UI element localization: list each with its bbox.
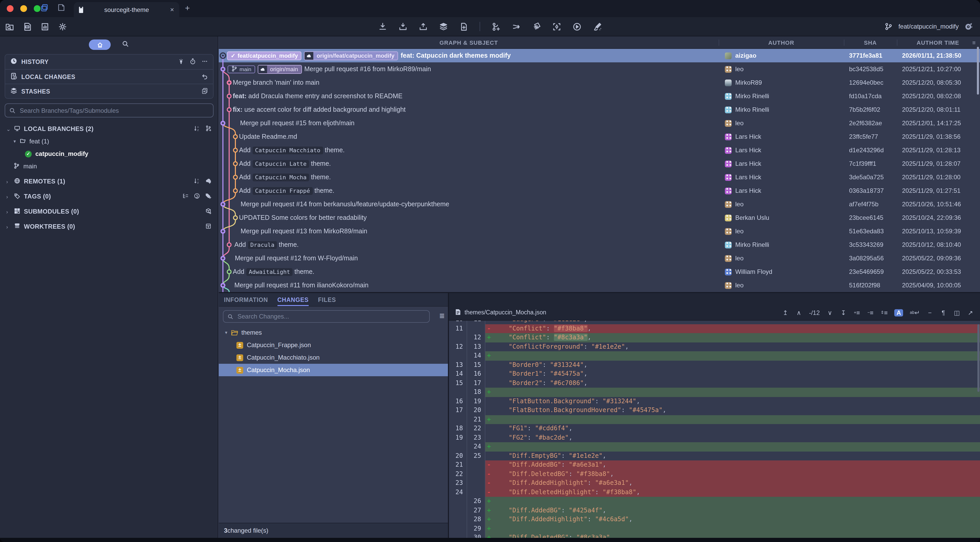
preferences-icon[interactable] xyxy=(58,22,67,31)
repository-configure-icon[interactable] xyxy=(964,22,973,31)
commit-sha[interactable]: 7c1f39fff1 xyxy=(844,160,897,167)
pull-icon[interactable] xyxy=(399,22,407,31)
sidebar-item-local-changes[interactable]: LOCAL CHANGES xyxy=(5,69,213,84)
sort-time-icon[interactable] xyxy=(194,192,200,200)
commit-sha[interactable]: d1e243296d xyxy=(844,146,897,154)
search-commits-icon[interactable] xyxy=(552,22,561,31)
column-config-icon[interactable]: ≡ xyxy=(972,37,976,49)
commit-sha[interactable]: af7ef4f75b xyxy=(844,200,897,208)
remote-add-icon[interactable] xyxy=(205,178,212,185)
open-log-icon[interactable]: LOG xyxy=(23,22,32,31)
file-item[interactable]: ±Catpuccin_Frappe.json xyxy=(219,339,448,351)
commit-row[interactable]: feat: add Dracula theme entry and screen… xyxy=(219,89,980,103)
diff-line[interactable]: 13 15 "Border0": "#313244", xyxy=(449,360,980,369)
caret-icon[interactable]: › xyxy=(6,178,10,184)
home-view-button[interactable] xyxy=(89,40,111,50)
sort-az-icon[interactable]: AZ xyxy=(194,178,200,185)
list-mode-icon[interactable] xyxy=(182,192,189,200)
diff-line[interactable]: 14 + xyxy=(449,351,980,360)
next-change-icon[interactable]: ∨ xyxy=(826,310,833,316)
commit-sha[interactable]: 516f202f98 xyxy=(844,282,897,289)
new-window-icon[interactable] xyxy=(57,4,67,13)
commit-sha[interactable]: 3771fe3a81 xyxy=(844,52,897,59)
sidebar-section-local-branches[interactable]: ⌄ LOCAL BRANCHES (2) AZ xyxy=(0,122,218,135)
diff-line[interactable]: 11 - "Conflict": "#f38ba8", xyxy=(449,324,980,333)
diff-line[interactable]: 15 17 "Border2": "#6c7086", xyxy=(449,378,980,388)
commit-row[interactable]: Merge pull request #14 from berkanuslu/f… xyxy=(219,197,980,211)
tab-information[interactable]: INFORMATION xyxy=(224,293,268,306)
tab-changes[interactable]: CHANGES xyxy=(277,293,309,306)
decrease-context-icon[interactable]: −≡ xyxy=(867,310,874,316)
sort-az-icon[interactable]: AZ xyxy=(194,125,200,133)
column-graph-subject[interactable]: GRAPH & SUBJECT xyxy=(219,37,719,49)
create-branch-icon[interactable] xyxy=(492,22,500,31)
commit-time-icon[interactable] xyxy=(190,57,196,67)
custom-action-icon[interactable] xyxy=(573,22,581,31)
tab-close-icon[interactable]: × xyxy=(170,6,174,14)
commit-sha[interactable]: 51e63eda83 xyxy=(844,227,897,235)
diff-line[interactable]: 27 + "Diff.AddedBG": "#425a4f", xyxy=(449,506,980,515)
push-icon[interactable] xyxy=(419,22,428,31)
branch-search-input[interactable] xyxy=(19,106,209,114)
fetch-icon[interactable] xyxy=(378,22,387,31)
first-change-icon[interactable]: ↥ xyxy=(782,310,789,316)
diff-line[interactable]: 12 + "Conflict": "#8c3a3a", xyxy=(449,333,980,342)
commit-sha[interactable]: 23e5469659 xyxy=(844,268,897,275)
diff-line[interactable]: 21 + xyxy=(449,415,980,424)
sidebar-section-tags[interactable]: › TAGS (0) xyxy=(0,190,218,203)
diff-line[interactable]: 22 - "Diff.DeletedBG": "#f38ba8", xyxy=(449,469,980,478)
commit-sha[interactable]: 0363a18737 xyxy=(844,187,897,194)
current-branch-label[interactable]: feat/catpuccin_modify xyxy=(899,23,959,30)
commit-row[interactable]: Add Catpuccin Macchiato theme. Lars Hick… xyxy=(219,143,980,157)
commit-row[interactable]: fix: use accent color for diff added bac… xyxy=(219,103,980,116)
diff-line[interactable]: 24 - "Diff.DeletedHighlight": "#f38ba8", xyxy=(449,488,980,497)
commit-row[interactable]: Merge pull request #13 from MirkoR89/mai… xyxy=(219,224,980,238)
caret-icon[interactable]: › xyxy=(6,224,10,229)
diff-line[interactable]: 14 16 "Border1": "#45475a", xyxy=(449,369,980,378)
apply-patch-icon[interactable] xyxy=(459,22,468,31)
branch-item-catpuccin-modify[interactable]: ✓ catpuccin_modify xyxy=(0,148,218,160)
sidebar-section-submodules[interactable]: › SUBMODULES (0) xyxy=(0,205,218,218)
commit-row[interactable]: Merge pull request #15 from eljoth/main … xyxy=(219,116,980,130)
commit-sha[interactable]: fd10a17cda xyxy=(844,92,897,100)
compact-lines-icon[interactable]: ⇕≡ xyxy=(880,310,888,316)
increase-context-icon[interactable]: +≡ xyxy=(853,310,860,316)
diff-line[interactable]: 21 - "Diff.AddedBG": "#a6e3a1", xyxy=(449,460,980,469)
sidebar-item-history[interactable]: HISTORY xyxy=(5,54,213,69)
branch-folder-feat[interactable]: ▾ feat (1) xyxy=(0,135,218,148)
tag-add-icon[interactable] xyxy=(205,192,212,200)
commit-row[interactable]: Merge pull request #11 from ilianoKokoro… xyxy=(219,278,980,292)
word-wrap-icon[interactable]: ab↵ xyxy=(910,310,920,316)
minimize-window-button[interactable] xyxy=(20,5,27,12)
branch-add-icon[interactable] xyxy=(205,125,212,133)
changes-search-input[interactable] xyxy=(236,312,425,321)
commit-row[interactable]: Merge branch 'main' into main MirkoR89 1… xyxy=(219,76,980,89)
ignore-whitespace-icon[interactable]: − xyxy=(926,310,933,316)
commit-row[interactable]: Update Readme.md Lars Hick 23ffc5fe77 20… xyxy=(219,130,980,143)
commit-sha[interactable]: bc342538d5 xyxy=(844,65,897,73)
commit-row[interactable]: ✓feat/catpuccin_modifyorigin/feat/catpuc… xyxy=(219,49,980,62)
search-view-button[interactable] xyxy=(122,40,129,49)
sidebar-item-stashes[interactable]: STASHES xyxy=(5,84,213,98)
caret-icon[interactable]: › xyxy=(6,209,10,215)
last-change-icon[interactable]: ↧ xyxy=(840,310,847,316)
zoom-window-button[interactable] xyxy=(34,5,41,12)
caret-icon[interactable]: ▾ xyxy=(14,139,16,144)
commit-row[interactable]: Merge pull request #12 from W-Floyd/main… xyxy=(219,251,980,265)
discard-icon[interactable] xyxy=(202,72,208,81)
diff-line[interactable]: 28 + "Diff.AddedHighlight": "#4c6a5d", xyxy=(449,515,980,524)
commit-sha[interactable]: 7b5b2f6f02 xyxy=(844,106,897,113)
caret-icon[interactable]: ▾ xyxy=(225,330,228,335)
show-symbols-icon[interactable]: ¶ xyxy=(940,310,947,316)
caret-icon[interactable]: › xyxy=(6,194,10,199)
diff-line[interactable]: 20 25 "Diff.EmptyBG": "#1e1e2e", xyxy=(449,451,980,460)
diff-line[interactable]: 18 + xyxy=(449,388,980,397)
diff-line[interactable]: 19 23 "FG2": "#bac2de", xyxy=(449,433,980,442)
close-window-button[interactable] xyxy=(7,5,14,12)
repository-tab[interactable]: sourcegit-theme × xyxy=(74,2,179,17)
sidebar-section-worktrees[interactable]: › WORKTREES (0) xyxy=(0,220,218,233)
open-external-icon[interactable]: ↗ xyxy=(967,310,974,316)
diff-line[interactable]: 17 20 "FlatButton.BackgroundHovered": "#… xyxy=(449,406,980,415)
new-tab-button[interactable]: + xyxy=(185,4,190,13)
side-by-side-icon[interactable]: ◫ xyxy=(953,310,960,316)
